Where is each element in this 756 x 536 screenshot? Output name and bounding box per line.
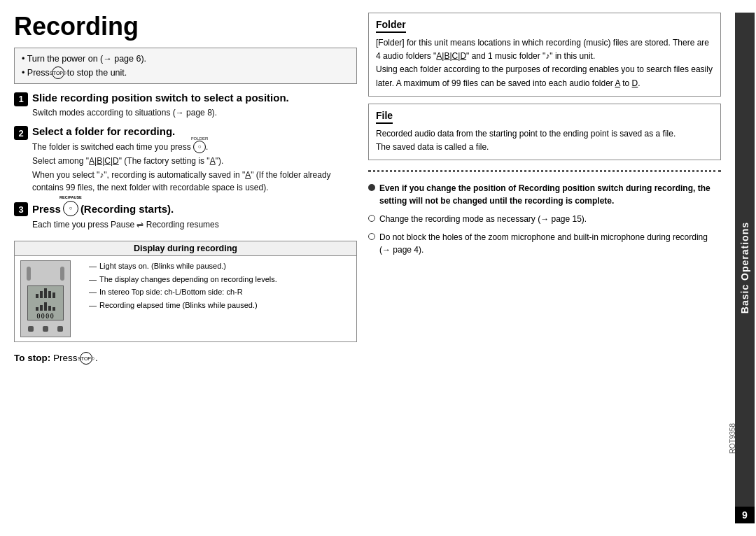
- step-1-body: Switch modes according to situations (→ …: [32, 106, 357, 119]
- dotted-separator: [368, 170, 721, 172]
- prereq-item2: • Press STOP ○ to stop the unit.: [22, 66, 349, 80]
- prereq-item1: • Turn the power on (→ page 6).: [22, 52, 349, 66]
- step-2-number: 2: [14, 126, 28, 140]
- bullet-note-3-text: Do not block the holes of the zoom micro…: [379, 231, 721, 256]
- file-box-body: Recorded audio data from the starting po…: [376, 127, 713, 154]
- folder-box: Folder [Folder] for this unit means loca…: [368, 13, 721, 97]
- step-2-content: Select a folder for recording. The folde…: [32, 125, 357, 195]
- step-3-content: Press REC/PAUSE○ (Recording starts). Eac…: [32, 201, 357, 231]
- bullet-dot-filled: [368, 184, 375, 191]
- folder-box-title: Folder: [376, 19, 406, 33]
- display-digits: 0000: [36, 313, 55, 320]
- step-1-number: 1: [14, 92, 28, 106]
- file-box: File Recorded audio data from the starti…: [368, 104, 721, 160]
- bullet-note-1-text: Even if you change the position of Recor…: [379, 182, 721, 207]
- to-stop-press: Press: [53, 353, 78, 363]
- bullet-note-1: Even if you change the position of Recor…: [368, 182, 721, 207]
- right-column: Folder [Folder] for this unit means loca…: [368, 13, 742, 523]
- bullet-notes: Even if you change the position of Recor…: [368, 182, 721, 256]
- step-2-body: The folder is switched each time you pre…: [32, 141, 357, 195]
- device-diagram: 0000: [20, 260, 83, 337]
- page-title: Recording: [14, 13, 357, 41]
- to-stop-line: To stop: Press STOP ○ .: [14, 352, 357, 365]
- display-note-2: The display changes depending on recordi…: [89, 274, 351, 285]
- display-box-inner: 0000 Light stays on. (Blinks while pause…: [15, 256, 356, 341]
- display-note-4: Recording elapsed time (Blinks while pau…: [89, 299, 351, 311]
- step-2: 2 Select a folder for recording. The fol…: [14, 125, 357, 195]
- sidebar-tab: Basic Operations: [735, 13, 755, 523]
- sidebar-tab-label: Basic Operations: [739, 222, 750, 313]
- prerequisites-box: • Turn the power on (→ page 6). • Press …: [14, 48, 357, 84]
- stop-button-icon: STOP ○: [52, 66, 64, 79]
- step-1: 1 Slide recording position switch to sel…: [14, 91, 357, 120]
- step-1-content: Slide recording position switch to selec…: [32, 91, 357, 120]
- step-3-title: Press REC/PAUSE○ (Recording starts).: [32, 201, 357, 216]
- bullet-note-3: Do not block the holes of the zoom micro…: [368, 231, 721, 256]
- left-column: Recording • Turn the power on (→ page 6)…: [14, 13, 357, 523]
- step-3-number: 3: [14, 202, 28, 216]
- rec-pause-button-icon: REC/PAUSE○: [63, 201, 78, 216]
- folder-box-body: [Folder] for this unit means locations i…: [376, 36, 713, 90]
- bullet-dot-empty-1: [368, 215, 375, 222]
- display-box-title: Display during recording: [15, 241, 356, 256]
- to-stop-label: To stop:: [14, 353, 50, 363]
- file-box-title: File: [376, 110, 393, 124]
- display-note-3: In stereo Top side: ch-L/Bottom side: ch…: [89, 286, 351, 298]
- step-1-title: Slide recording position switch to selec…: [32, 91, 357, 105]
- folder-button-icon: FOLDER○: [193, 141, 206, 153]
- bullet-dot-empty-2: [368, 233, 375, 240]
- display-note-1: Light stays on. (Blinks while paused.): [89, 260, 351, 272]
- stop-button-icon-2: STOP ○: [80, 352, 92, 365]
- step-3: 3 Press REC/PAUSE○ (Recording starts). E…: [14, 201, 357, 231]
- display-notes: Light stays on. (Blinks while paused.) T…: [89, 260, 351, 337]
- step-3-body: Each time you press Pause ⇌ Recording re…: [32, 218, 357, 231]
- bullet-note-2-text: Change the recording mode as necessary (…: [379, 213, 587, 225]
- bullet-note-2: Change the recording mode as necessary (…: [368, 213, 721, 225]
- display-box: Display during recording: [14, 241, 357, 342]
- page-number: 9: [735, 507, 755, 523]
